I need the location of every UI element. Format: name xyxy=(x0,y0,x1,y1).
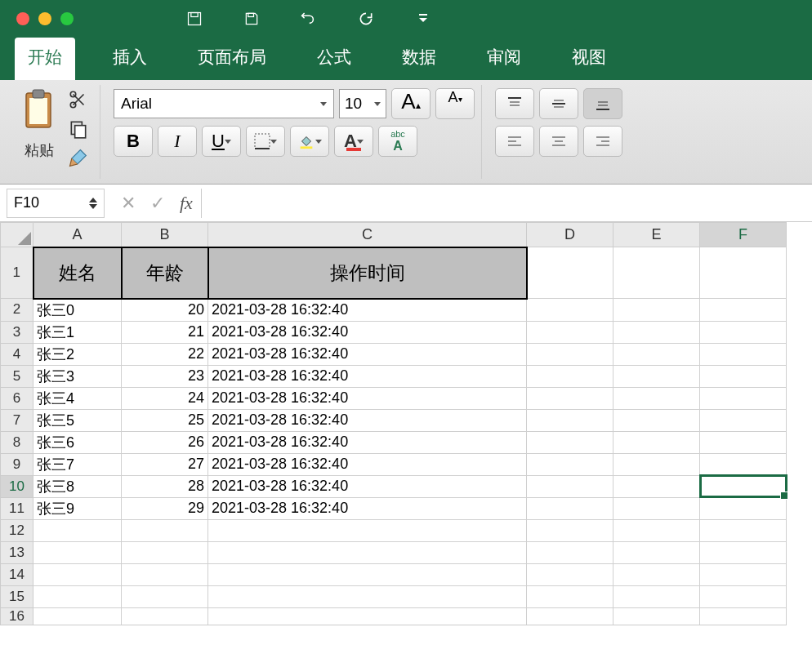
cell[interactable] xyxy=(122,607,208,625)
cell[interactable] xyxy=(527,387,613,409)
cell[interactable] xyxy=(613,541,700,563)
cell[interactable]: 29 xyxy=(122,497,208,519)
row-header[interactable]: 15 xyxy=(1,585,33,607)
col-header-B[interactable]: B xyxy=(122,223,208,247)
cell[interactable]: 张三2 xyxy=(33,343,122,365)
cell[interactable] xyxy=(613,365,700,387)
cell[interactable] xyxy=(527,519,613,541)
cell[interactable] xyxy=(33,563,122,585)
cell[interactable] xyxy=(122,563,208,585)
cell[interactable] xyxy=(527,585,613,607)
accept-icon[interactable]: ✓ xyxy=(150,193,165,214)
cell[interactable] xyxy=(613,563,700,585)
cell[interactable] xyxy=(527,541,613,563)
cell[interactable] xyxy=(527,343,613,365)
cell[interactable] xyxy=(700,299,787,322)
cell[interactable]: 张三7 xyxy=(33,453,122,475)
cell[interactable] xyxy=(700,321,787,343)
cell[interactable] xyxy=(700,519,787,541)
cell[interactable] xyxy=(208,607,527,625)
font-color-button[interactable]: A xyxy=(334,126,373,157)
cell[interactable]: 2021-03-28 16:32:40 xyxy=(208,299,527,322)
fill-color-button[interactable] xyxy=(290,126,329,157)
row-header[interactable]: 4 xyxy=(1,343,33,365)
spreadsheet-grid[interactable]: A B C D E F 1 姓名 年龄 操作时间 2张三0202021-03-2… xyxy=(0,222,812,625)
font-name-select[interactable]: Arial xyxy=(114,89,334,118)
cell[interactable]: 张三1 xyxy=(33,321,122,343)
row-header[interactable]: 11 xyxy=(1,497,33,519)
col-header-F[interactable]: F xyxy=(700,223,787,247)
cell[interactable] xyxy=(613,409,700,431)
cell[interactable] xyxy=(208,563,527,585)
row-header[interactable]: 16 xyxy=(1,607,33,625)
row-header[interactable]: 5 xyxy=(1,365,33,387)
cell[interactable] xyxy=(613,343,700,365)
align-center-button[interactable] xyxy=(539,126,578,157)
header-cell-age[interactable]: 年龄 xyxy=(122,247,208,299)
namebox-spinner[interactable] xyxy=(89,194,97,213)
cell[interactable] xyxy=(527,563,613,585)
cell[interactable] xyxy=(700,497,787,519)
cell[interactable]: 25 xyxy=(122,409,208,431)
header-cell-name[interactable]: 姓名 xyxy=(33,247,122,299)
cell[interactable] xyxy=(700,607,787,625)
close-window-button[interactable] xyxy=(16,12,29,25)
cell[interactable]: 张三3 xyxy=(33,365,122,387)
cell[interactable] xyxy=(122,585,208,607)
cell[interactable] xyxy=(700,343,787,365)
cell[interactable] xyxy=(613,607,700,625)
cell[interactable] xyxy=(613,321,700,343)
cell[interactable]: 20 xyxy=(122,299,208,322)
selected-cell[interactable] xyxy=(700,475,787,497)
border-button[interactable] xyxy=(246,126,285,157)
cell[interactable] xyxy=(700,431,787,453)
cell[interactable] xyxy=(613,453,700,475)
cell[interactable]: 张三4 xyxy=(33,387,122,409)
phonetic-button[interactable]: abc A xyxy=(378,126,417,157)
undo-icon[interactable] xyxy=(301,11,317,27)
maximize-window-button[interactable] xyxy=(60,12,74,25)
row-header[interactable]: 6 xyxy=(1,387,33,409)
cell[interactable]: 2021-03-28 16:32:40 xyxy=(208,497,527,519)
cell[interactable] xyxy=(613,475,700,497)
cell[interactable]: 2021-03-28 16:32:40 xyxy=(208,409,527,431)
cell[interactable]: 27 xyxy=(122,453,208,475)
tab-page-layout[interactable]: 页面布局 xyxy=(185,38,279,80)
cell[interactable] xyxy=(700,563,787,585)
cell[interactable] xyxy=(527,299,613,322)
cell[interactable] xyxy=(527,321,613,343)
cell[interactable] xyxy=(208,519,527,541)
cell[interactable] xyxy=(613,497,700,519)
align-right-button[interactable] xyxy=(583,126,622,157)
cell[interactable]: 张三8 xyxy=(33,475,122,497)
cell[interactable]: 24 xyxy=(122,387,208,409)
cut-button[interactable] xyxy=(67,88,90,111)
qat-customize-icon[interactable] xyxy=(415,11,431,27)
cell[interactable]: 2021-03-28 16:32:40 xyxy=(208,365,527,387)
cell[interactable] xyxy=(700,247,787,299)
align-bottom-button[interactable] xyxy=(583,88,622,119)
decrease-font-button[interactable]: A▾ xyxy=(435,88,475,119)
col-header-A[interactable]: A xyxy=(33,223,122,247)
cell[interactable]: 26 xyxy=(122,431,208,453)
tab-review[interactable]: 审阅 xyxy=(474,38,534,80)
cell[interactable] xyxy=(122,519,208,541)
fx-icon[interactable]: fx xyxy=(180,193,193,214)
tab-data[interactable]: 数据 xyxy=(389,38,449,80)
cell[interactable] xyxy=(33,519,122,541)
font-size-select[interactable]: 10 xyxy=(339,89,386,118)
autosave-icon[interactable] xyxy=(186,11,203,27)
cell[interactable]: 22 xyxy=(122,343,208,365)
cell[interactable] xyxy=(208,585,527,607)
cell[interactable] xyxy=(613,519,700,541)
cell[interactable]: 21 xyxy=(122,321,208,343)
tab-home[interactable]: 开始 xyxy=(15,38,75,80)
format-painter-button[interactable] xyxy=(67,147,90,170)
cell[interactable] xyxy=(700,409,787,431)
cell[interactable] xyxy=(613,431,700,453)
align-middle-button[interactable] xyxy=(539,88,578,119)
cell[interactable] xyxy=(527,247,613,299)
col-header-D[interactable]: D xyxy=(527,223,613,247)
cell[interactable]: 张三9 xyxy=(33,497,122,519)
tab-view[interactable]: 视图 xyxy=(559,38,619,80)
